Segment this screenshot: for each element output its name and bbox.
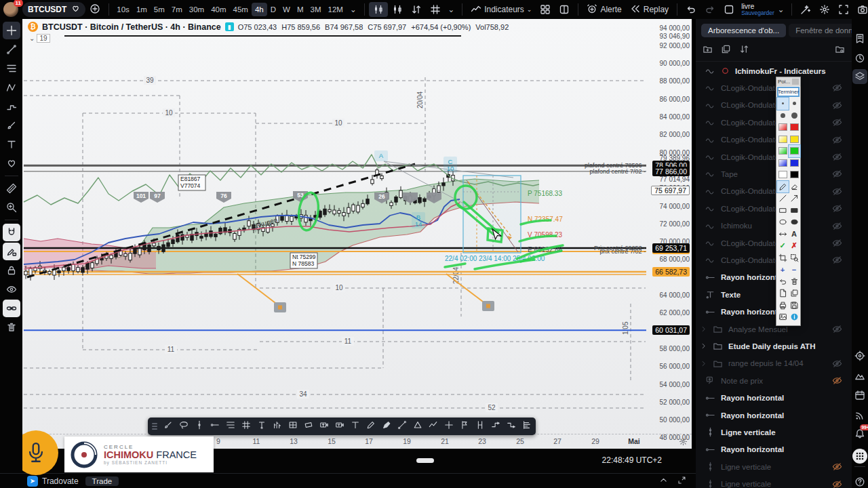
candle[interactable]: [361, 203, 364, 207]
tool-forecast[interactable]: [3, 98, 20, 115]
tree-item-rayon-horizontal[interactable]: Rayon horizontal: [696, 269, 852, 286]
palette-tool-eraser[interactable]: [789, 181, 800, 193]
candle[interactable]: [72, 264, 75, 271]
quick-search-wand[interactable]: [796, 2, 815, 17]
candle[interactable]: [138, 249, 141, 255]
drawtool-bar-pattern[interactable]: [273, 420, 282, 432]
sidebar-watchlist-button[interactable]: [852, 31, 867, 46]
drawtool-pen[interactable]: [366, 420, 376, 432]
candle[interactable]: [48, 272, 51, 274]
candle[interactable]: [214, 234, 217, 237]
palette-tool-arrlr[interactable]: [777, 228, 789, 241]
drawtool-trend-line[interactable]: [397, 420, 407, 432]
drawtool-vertical-span[interactable]: [475, 420, 485, 432]
candle[interactable]: [219, 228, 222, 234]
pen-size-7[interactable]: [777, 110, 789, 122]
tree-item-rayon-horizontal[interactable]: Rayon horizontal: [696, 441, 852, 458]
candle[interactable]: [323, 209, 326, 215]
layout-menu-chevron[interactable]: ⌄: [774, 3, 788, 16]
tool-magnet[interactable]: [3, 224, 20, 241]
candle[interactable]: [157, 246, 160, 249]
layout-single-button[interactable]: [555, 2, 574, 17]
visibility-toggle-icon[interactable]: [832, 255, 842, 265]
candle[interactable]: [352, 205, 355, 211]
clock-utc[interactable]: 22:48:49 UTC+2: [602, 455, 662, 465]
drawtool-cross[interactable]: [444, 420, 454, 432]
color-translucent[interactable]: [777, 145, 789, 157]
pen-size-3[interactable]: [777, 98, 789, 110]
new-group-button[interactable]: [703, 44, 713, 57]
color-swatch[interactable]: [789, 169, 800, 181]
price-level-label[interactable]: 77 866,00: [652, 167, 690, 176]
candle[interactable]: [153, 243, 155, 246]
panel-collapse-chevron[interactable]: [659, 476, 668, 487]
palette-tool-pen[interactable]: [777, 181, 789, 193]
chart-grid-icon[interactable]: [426, 2, 445, 17]
price-level-label[interactable]: 69 253,71: [652, 243, 690, 253]
candle[interactable]: [328, 209, 331, 211]
timeframe-4h[interactable]: 4h: [252, 3, 267, 16]
candle[interactable]: [124, 253, 127, 256]
snapshot-camera[interactable]: [853, 2, 868, 17]
visibility-toggle-icon[interactable]: [832, 100, 842, 110]
drawtool-price-label[interactable]: [319, 420, 329, 432]
color-swatch[interactable]: [789, 121, 800, 134]
visibility-toggle-icon[interactable]: [832, 324, 842, 334]
drawtool-text[interactable]: [351, 420, 360, 432]
broker-tradovate[interactable]: ➤ Tradovate: [27, 476, 79, 487]
drawtool-horizontal-ray[interactable]: [210, 420, 220, 432]
candle[interactable]: [304, 216, 307, 222]
color-swatch[interactable]: [789, 134, 800, 146]
candle[interactable]: [342, 213, 345, 216]
color-swatch[interactable]: [777, 169, 789, 181]
sort-items-button[interactable]: [739, 44, 749, 57]
scroll-pill[interactable]: [416, 458, 434, 463]
candle[interactable]: [248, 221, 250, 226]
price-level-label[interactable]: 60 031,07: [652, 325, 690, 335]
tool-fib-retracement[interactable]: [3, 60, 20, 77]
tree-item-ligne-verticale[interactable]: Ligne verticale: [696, 476, 852, 488]
layout-save-menu[interactable]: livre Sauvegarder: [741, 3, 774, 16]
sidebar-object-tree-button[interactable]: [852, 69, 867, 84]
tree-item-texte[interactable]: Texte: [696, 286, 852, 303]
tree-item-ligne-verticale[interactable]: Ligne verticale: [696, 424, 852, 441]
candle[interactable]: [395, 197, 397, 203]
chart-pane[interactable]: ₿ BTCUSDT · Bitcoin / TetherUS · 4h · Bi…: [22, 19, 692, 449]
axis-settings-gear[interactable]: [679, 436, 688, 449]
tree-item-clogik-ondulatoire[interactable]: CLogik-Ondulatoire: [696, 131, 852, 148]
palette-−[interactable]: −: [789, 264, 800, 276]
color-swatch[interactable]: [789, 145, 800, 157]
visibility-toggle-icon[interactable]: [832, 203, 842, 214]
sidebar-apps-button[interactable]: [852, 449, 867, 464]
candle[interactable]: [77, 268, 79, 272]
indicators-button[interactable]: Indicateurs⌄: [467, 2, 536, 17]
tree-item-rayon-horizontal[interactable]: Rayon horizontal: [696, 407, 852, 424]
tree-item-clogik-ondulatoire[interactable]: CLogik-Ondulatoire: [696, 97, 852, 114]
tree-item-range-depuis-le-14-04[interactable]: range depuis le 14/04: [696, 355, 852, 372]
tree-item-clogik-ondulatoire[interactable]: CLogik-Ondulatoire: [696, 200, 852, 217]
drawtool-flag[interactable]: [460, 420, 469, 432]
timeframe-M[interactable]: M: [294, 3, 307, 16]
chart-style-candles[interactable]: [369, 2, 388, 17]
timeframe-12M[interactable]: 12M: [325, 3, 347, 16]
candle[interactable]: [24, 271, 27, 274]
candle[interactable]: [366, 199, 369, 204]
visibility-toggle-icon[interactable]: [832, 135, 842, 145]
symbol-search[interactable]: BTCUSDT: [22, 2, 85, 17]
tree-item-clogik-ondulatoire[interactable]: CLogik-Ondulatoire: [696, 235, 852, 251]
palette-tool-crop[interactable]: [777, 252, 789, 264]
alert-button[interactable]: Alerte: [583, 2, 625, 17]
candle[interactable]: [290, 216, 293, 221]
chart-style-alt[interactable]: [388, 2, 407, 17]
sidebar-ideas-button[interactable]: [852, 369, 867, 384]
color-translucent[interactable]: [777, 157, 789, 169]
visibility-toggle-icon[interactable]: [832, 238, 842, 248]
price-level-label[interactable]: 66 582,73: [652, 267, 690, 277]
sidebar-alerts-clock-button[interactable]: [852, 51, 867, 66]
candle[interactable]: [390, 203, 393, 206]
chart-canvas[interactable]: 391010101111345220/0422/041/05Kakugen101…: [22, 19, 692, 449]
annotation-palette[interactable]: Poi... Terminer A✓✗+−: [776, 77, 801, 326]
tool-brush[interactable]: [3, 117, 20, 134]
compare-intervals-icon[interactable]: [407, 2, 426, 17]
replay-button[interactable]: Replay: [626, 2, 673, 17]
